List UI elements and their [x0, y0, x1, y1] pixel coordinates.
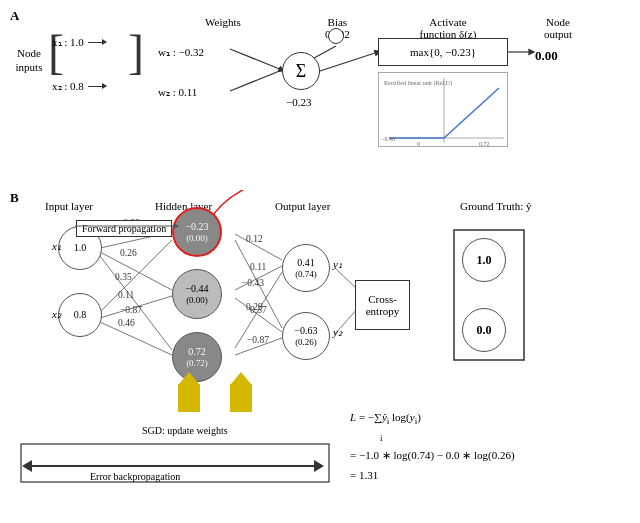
loss-formula: L = −∑ŷi log(yi) i = −1.0 ∗ log(0.74) − …: [350, 408, 515, 485]
x2-arrow: [88, 86, 106, 87]
gt-bracket-svg: [452, 228, 532, 366]
bracket-right: ]: [128, 28, 144, 76]
h1-sub: (0.00): [186, 233, 208, 244]
x1-arrow: [88, 42, 106, 43]
o1-node: 0.41 (0.74): [282, 244, 330, 292]
x2-node-label: x₂: [52, 308, 61, 321]
section-b-label: B: [10, 190, 19, 206]
o2-sub: (0.26): [295, 337, 317, 348]
edge-x2-h2: −0.87: [120, 305, 142, 315]
input-layer-label: Input layer: [45, 200, 93, 212]
sum-symbol: Σ: [296, 61, 306, 82]
h2-value: −0.44: [185, 283, 208, 295]
output-layer-label: Output layer: [275, 200, 330, 212]
sum-node: Σ: [282, 52, 320, 90]
h3-value: 0.72: [188, 346, 206, 358]
node-inputs-label: Node inputs: [10, 46, 48, 75]
section-a-label: A: [10, 8, 19, 24]
edge-x2-h3: 0.46: [118, 318, 135, 328]
page: A Node inputs [ ] x₁ : 1.0 x₂ : 0.8 Weig…: [0, 0, 640, 523]
svg-text:0: 0: [417, 141, 420, 147]
activate-formula: max{0, −0.23}: [410, 46, 476, 58]
o1-sub: (0.74): [295, 269, 317, 280]
backprop-border: [20, 443, 330, 483]
edge-x1-h2: 0.26: [120, 248, 137, 258]
svg-line-16: [100, 322, 172, 355]
x2-label: x₂ : 0.8: [52, 80, 84, 93]
svg-text:−0.46: −0.46: [381, 136, 395, 142]
edge-x1-h3: 0.35: [115, 272, 132, 282]
o2-node: −0.63 (0.26): [282, 312, 330, 360]
svg-text:0.72: 0.72: [479, 141, 490, 147]
svg-rect-29: [21, 444, 329, 482]
x2-value: 0.8: [74, 309, 87, 321]
bias-circle: [328, 28, 344, 44]
section-b: B Input layer Hidden layer Output layer …: [10, 190, 630, 510]
svg-line-13: [100, 256, 172, 350]
loss-line2: i: [380, 430, 515, 446]
loss-line1: L = −∑ŷi log(yi): [350, 408, 515, 430]
h2-sub: (0.00): [186, 295, 208, 306]
w2-label: w₂ : 0.11: [158, 86, 197, 99]
svg-line-0: [230, 49, 282, 70]
activate-box: max{0, −0.23}: [378, 38, 508, 66]
sum-value: −0.23: [286, 96, 311, 108]
h2-node: −0.44 (0.00): [172, 269, 222, 319]
x2-row: x₂ : 0.8: [52, 80, 106, 93]
svg-line-1: [230, 70, 282, 91]
h1-value: −0.23: [185, 221, 208, 233]
y1-label: y₁: [333, 258, 342, 271]
loss-line4: = 1.31: [350, 466, 515, 486]
gold-arrow-1: [178, 384, 200, 412]
edge-h1-o1: 0.12: [246, 234, 263, 244]
edge-x2-h1: 0.11: [118, 290, 134, 300]
x1-label: x₁ : 1.0: [52, 36, 84, 49]
svg-rect-26: [454, 230, 524, 360]
svg-text:Rectified linear unit (ReLU): Rectified linear unit (ReLU): [384, 80, 452, 87]
y2-label: y₂: [333, 326, 342, 339]
relu-graph: −0.46 0.72 0 Rectified linear unit (ReLU…: [378, 72, 508, 147]
edge-h3-o1: 0.57: [250, 305, 267, 315]
edge-h3-o2: −0.87: [247, 335, 269, 345]
weights-label: Weights: [205, 16, 241, 28]
o1-value: 0.41: [297, 257, 315, 269]
cross-entropy-box: Cross- entropy: [355, 280, 410, 330]
gold-arrow-2: [230, 384, 252, 412]
forward-prop-arrow-svg: [70, 214, 185, 239]
relu-svg: −0.46 0.72 0 Rectified linear unit (ReLU…: [379, 73, 508, 147]
section-a: A Node inputs [ ] x₁ : 1.0 x₂ : 0.8 Weig…: [10, 8, 630, 183]
w1-label: w₁ : −0.32: [158, 46, 204, 59]
cross-entropy-label: Cross- entropy: [360, 293, 405, 317]
o2-value: −0.63: [294, 325, 317, 337]
x1-node-label: x₁: [52, 240, 61, 253]
x1-value: 1.0: [74, 242, 87, 254]
ground-truth-label: Ground Truth: ŷ: [460, 200, 532, 212]
x1-row: x₁ : 1.0: [52, 36, 106, 49]
node-output-value: 0.00: [535, 48, 558, 64]
activate-label: Activate function δ(z): [388, 16, 508, 40]
sgd-label: SGD: update weights: [142, 425, 228, 436]
node-output-label: Node output: [528, 16, 588, 40]
h3-sub: (0.72): [186, 358, 208, 369]
svg-line-2: [320, 52, 378, 71]
edge-h1-o2: −0.43: [242, 278, 264, 288]
x2-node: 0.8: [58, 293, 102, 337]
loss-line3: = −1.0 ∗ log(0.74) − 0.0 ∗ log(0.26): [350, 446, 515, 466]
edge-h2-o1: 0.11: [250, 262, 266, 272]
